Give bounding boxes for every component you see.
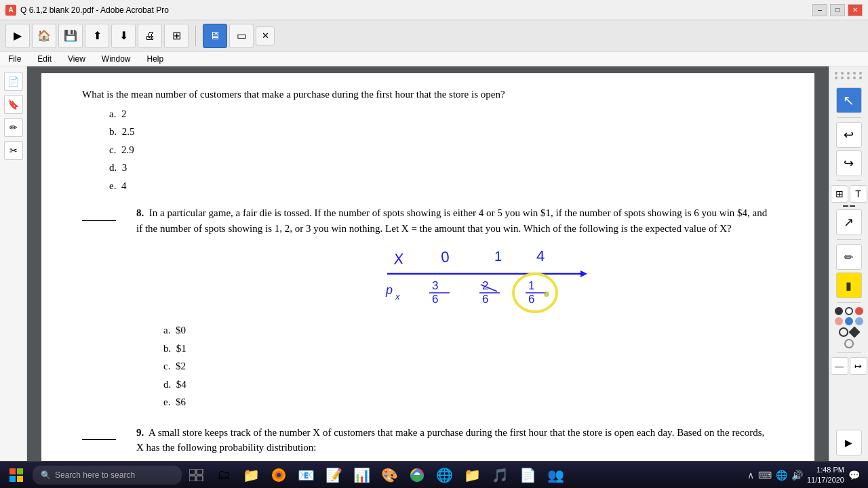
sidebar-bookmark-btn[interactable]: 🔖 — [4, 95, 23, 114]
q8-choice-b: b. $1 — [163, 341, 774, 357]
minus-icon[interactable]: — — [831, 357, 848, 375]
pen-tool-button[interactable]: ✏ — [836, 244, 862, 270]
taskbar-firefox[interactable] — [267, 464, 291, 486]
choice-c: c. 2.9 — [109, 142, 774, 158]
present-button[interactable]: ▭ — [229, 24, 254, 48]
task-view-button[interactable] — [184, 464, 209, 486]
plus-icon[interactable]: ↦ — [850, 357, 867, 375]
color-diamond[interactable] — [849, 327, 861, 338]
svg-rect-25 — [197, 469, 203, 474]
taskbar-explorer[interactable]: 🗂 — [212, 464, 236, 486]
taskbar-folder[interactable]: 📁 — [239, 464, 264, 486]
app-icon: A — [5, 5, 16, 16]
title-bar-left: A Q 6.1,2 blank 20.pdf - Adobe Acrobat P… — [5, 5, 169, 16]
q9-number: 9. — [136, 427, 144, 438]
color-swatches — [835, 307, 863, 348]
rt-sep-4 — [837, 302, 861, 303]
taskbar-acrobat[interactable]: 📄 — [515, 464, 540, 486]
color-blue-1[interactable] — [845, 317, 853, 325]
start-button[interactable] — [3, 464, 30, 486]
home-button[interactable]: 🏠 — [32, 24, 56, 48]
rt-sep-5 — [837, 352, 861, 353]
svg-text:4: 4 — [536, 247, 545, 264]
svg-marker-5 — [580, 270, 587, 277]
arrow-select-button[interactable]: ↗ — [836, 209, 862, 235]
window-title: Q 6.1,2 blank 20.pdf - Adobe Acrobat Pro — [20, 5, 169, 15]
taskbar-powerpoint[interactable]: 🎨 — [377, 464, 402, 486]
prev-question-text: What is the mean number of customers tha… — [82, 87, 774, 102]
undo-button[interactable]: ↩ — [836, 122, 862, 148]
taskbar-mail[interactable]: 📧 — [294, 464, 319, 486]
highlight-tool-button[interactable]: ▮ — [836, 272, 862, 298]
taskbar-ie[interactable]: 🌐 — [432, 464, 457, 486]
notification-icon[interactable]: 💬 — [848, 470, 860, 481]
color-outline[interactable] — [839, 327, 848, 337]
pdf-area: What is the mean number of customers tha… — [27, 66, 829, 461]
menu-view[interactable]: View — [65, 53, 88, 65]
color-circle-2[interactable] — [844, 339, 854, 348]
save-button[interactable]: 💾 — [58, 24, 83, 48]
color-white[interactable] — [845, 307, 853, 315]
color-red-1[interactable] — [855, 307, 863, 315]
sidebar-annotation-btn[interactable]: ✏ — [4, 118, 23, 137]
svg-rect-24 — [189, 469, 195, 474]
taskbar-file-mgr[interactable]: 📁 — [460, 464, 485, 486]
tray-volume-icon[interactable]: 🔊 — [791, 470, 803, 481]
taskbar-media[interactable]: 🎵 — [488, 464, 513, 486]
minimize-button[interactable]: – — [812, 4, 827, 16]
taskbar-chrome[interactable] — [405, 464, 429, 486]
svg-text:6: 6 — [528, 293, 534, 306]
toolbar-nav: ▶ 🏠 💾 ⬆ ⬇ 🖨 ⊞ — [3, 24, 191, 48]
q8-choice-d: d. $4 — [163, 377, 774, 392]
color-black-1[interactable] — [835, 307, 843, 315]
main-toolbar: ▶ 🏠 💾 ⬆ ⬇ 🖨 ⊞ 🖥 ▭ ✕ — [0, 20, 868, 52]
tray-expand-icon[interactable]: ∧ — [747, 470, 754, 481]
handwriting-svg: X 0 1 4 p x — [272, 239, 774, 320]
menu-file[interactable]: File — [5, 53, 24, 65]
redo-button[interactable]: ↪ — [836, 150, 862, 176]
color-red-2[interactable] — [835, 317, 843, 325]
taskbar-word[interactable]: 📝 — [321, 464, 347, 486]
choice-a: a. 2 — [109, 106, 774, 122]
share-button[interactable]: ⊞ — [164, 24, 189, 48]
q8-choice-c: c. $2 — [163, 359, 774, 374]
maximize-button[interactable]: □ — [830, 4, 845, 16]
svg-rect-22 — [9, 476, 16, 482]
tray-network-icon[interactable]: 🌐 — [776, 470, 787, 481]
taskbar-teams[interactable]: 👥 — [543, 464, 568, 486]
menu-window[interactable]: Window — [99, 53, 134, 65]
tray-keyboard-icon[interactable]: ⌨ — [758, 470, 772, 481]
expand-right-button[interactable]: ▶ — [836, 430, 862, 455]
q8-number: 8. — [136, 207, 144, 218]
svg-text:1: 1 — [528, 279, 534, 292]
search-placeholder: Search here to search — [55, 470, 135, 480]
rt-sep-2 — [837, 180, 861, 181]
q9-blank-line — [82, 425, 136, 462]
svg-point-18 — [513, 274, 557, 312]
toolbar-close-button[interactable]: ✕ — [256, 26, 275, 45]
clock-time: 1:48 PM — [807, 465, 844, 474]
menu-help[interactable]: Help — [144, 53, 167, 65]
rt-sep-3 — [837, 239, 861, 240]
stamp-tool-button[interactable]: ⊞ — [831, 185, 848, 203]
search-icon: 🔍 — [41, 470, 51, 480]
print-button[interactable]: 🖨 — [138, 24, 162, 48]
text-tool-button[interactable]: T — [850, 185, 867, 203]
menu-edit[interactable]: Edit — [35, 53, 54, 65]
svg-rect-21 — [17, 468, 23, 474]
sidebar-tool-btn[interactable]: ✂ — [4, 141, 23, 160]
title-bar: A Q 6.1,2 blank 20.pdf - Adobe Acrobat P… — [0, 0, 868, 20]
sidebar-pages-btn[interactable]: 📄 — [4, 72, 23, 91]
toolbar-view: 🖥 ▭ ✕ — [200, 24, 277, 48]
play-button[interactable]: ▶ — [5, 24, 30, 48]
scroll-down-button[interactable]: ⬇ — [111, 24, 136, 48]
taskbar-excel[interactable]: 📊 — [349, 464, 374, 486]
cursor-tool-button[interactable]: ↖ — [836, 87, 862, 113]
scroll-up-button[interactable]: ⬆ — [85, 24, 109, 48]
title-bar-controls: – □ ✕ — [812, 4, 863, 16]
color-blue-2[interactable] — [855, 317, 863, 325]
taskbar-search-bar[interactable]: 🔍 Search here to search — [33, 466, 182, 485]
q8-choice-a: a. $0 — [163, 323, 774, 338]
monitor-view-button[interactable]: 🖥 — [203, 24, 227, 48]
close-window-button[interactable]: ✕ — [848, 4, 863, 16]
